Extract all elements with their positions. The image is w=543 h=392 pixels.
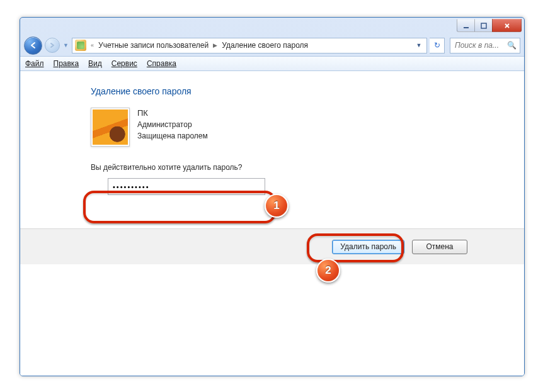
back-button[interactable]: [24, 36, 42, 55]
forward-arrow-icon: [49, 42, 55, 48]
avatar-image: [93, 109, 128, 145]
delete-password-button[interactable]: Удалить пароль: [332, 240, 404, 254]
user-protection-label: Защищена паролем: [137, 130, 208, 142]
search-box[interactable]: 🔍: [450, 38, 520, 53]
maximize-icon: [481, 23, 486, 28]
content-area: Удаление своего пароля ПК Администратор …: [20, 71, 524, 376]
menu-file[interactable]: Файл: [25, 59, 44, 68]
menu-edit[interactable]: Правка: [54, 59, 79, 68]
address-breadcrumb[interactable]: « Учетные записи пользователей ▶ Удалени…: [72, 38, 427, 53]
back-arrow-icon: [30, 42, 37, 49]
breadcrumb-segment-accounts[interactable]: Учетные записи пользователей: [98, 41, 209, 50]
close-icon: [504, 23, 510, 29]
button-bar: Удалить пароль Отмена: [20, 228, 524, 264]
search-icon: 🔍: [507, 41, 517, 50]
current-password-input[interactable]: [108, 178, 265, 195]
menu-help[interactable]: Справка: [147, 59, 176, 68]
control-panel-icon: [75, 40, 86, 51]
breadcrumb-segment-delete-password[interactable]: Удаление своего пароля: [222, 41, 308, 50]
chevron-left-icon: «: [88, 42, 97, 48]
minimize-icon: [464, 27, 469, 28]
svg-line-0: [505, 24, 509, 28]
address-dropdown-icon[interactable]: ▼: [414, 42, 424, 48]
password-field-wrap: [108, 178, 265, 195]
user-summary: ПК Администратор Защищена паролем: [91, 108, 524, 147]
user-avatar: [91, 108, 130, 147]
refresh-button[interactable]: ↻: [430, 38, 445, 53]
caption-button-group: [457, 19, 522, 31]
annotation-rect-1: [83, 191, 276, 223]
page-title: Удаление своего пароля: [91, 86, 524, 96]
menu-bar: Файл Правка Вид Сервис Справка: [20, 56, 524, 71]
user-role-label: Администратор: [137, 119, 208, 130]
navigation-bar: ▼ « Учетные записи пользователей ▶ Удале…: [20, 35, 524, 56]
confirm-prompt: Вы действительно хотите удалить пароль?: [91, 163, 524, 172]
history-dropdown[interactable]: ▼: [62, 40, 69, 51]
maximize-button[interactable]: [474, 19, 493, 32]
forward-button[interactable]: [45, 38, 60, 53]
user-info: ПК Администратор Защищена паролем: [137, 108, 208, 142]
control-panel-window: ▼ « Учетные записи пользователей ▶ Удале…: [20, 17, 525, 376]
minimize-button[interactable]: [457, 19, 475, 32]
user-name-label: ПК: [137, 108, 208, 119]
refresh-icon: ↻: [434, 41, 440, 50]
menu-tools[interactable]: Сервис: [111, 59, 137, 68]
title-bar[interactable]: [20, 18, 524, 35]
svg-line-1: [505, 24, 509, 28]
menu-view[interactable]: Вид: [88, 59, 102, 68]
cancel-button[interactable]: Отмена: [412, 240, 467, 254]
search-input[interactable]: [454, 40, 506, 50]
annotation-badge-1: 1: [265, 194, 289, 218]
chevron-right-icon: ▶: [210, 42, 220, 48]
close-button[interactable]: [492, 19, 522, 32]
